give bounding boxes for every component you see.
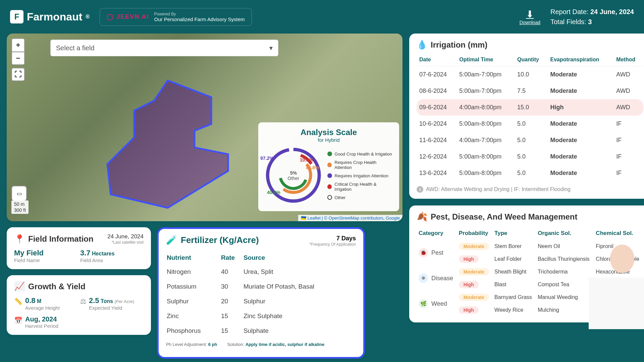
irrigation-footer: AWD: Alternate Wetting and Drying | IF: …: [426, 186, 571, 192]
table-row: 11-6-20244:00am-7:00pm5.0ModerateIF: [417, 132, 643, 148]
brand-name: Farmonaut: [27, 11, 82, 23]
brand-logo-icon: F: [10, 10, 23, 23]
leaf-icon: 🍂: [417, 212, 427, 222]
irrigation-title: Irrigation (mm): [431, 40, 487, 50]
analysis-subtitle: for Hybrid: [264, 137, 394, 143]
fertilizer-table: NutrientRateSource Nitrogen40Urea, Split…: [166, 251, 356, 339]
field-area-value: 3.7: [80, 249, 91, 257]
growth-icon: 📈: [14, 281, 25, 292]
analysis-donut-chart: 5%Other 97.2% 10.5% 45.8% 40.8%: [264, 145, 323, 206]
report-info: Report Date: 24 June, 2024 Total Fields:…: [550, 7, 634, 27]
table-row: 10-6-20245:00am-8:00pm5.0ModerateIF: [417, 116, 643, 132]
growth-yield-card: 📈Growth & Yield 📏0.8 MAverage Height ⚖2.…: [7, 275, 151, 335]
table-row: 13-6-20245:00am-8:00pm5.0ModerateIF: [417, 165, 643, 181]
field-name-value: My Field: [14, 249, 77, 257]
field-polygon[interactable]: [101, 70, 245, 211]
growth-title: Growth & Yield: [28, 282, 86, 291]
height-icon: 📏: [14, 297, 22, 305]
fertilizer-title: Fertilizer (Kg/Acre): [181, 235, 259, 245]
irrigation-card: 💧Irrigation (mm) DateOptimal TimeQuantit…: [409, 34, 644, 199]
analysis-legend: Good Crop Health & IrrigationRequires Cr…: [327, 152, 394, 200]
table-row: 09-6-20244:00am-8:00pm15.0HighAWD: [417, 99, 643, 116]
map-attribution[interactable]: 🇺🇦 Leaflet | © OpenStreetMap contributor…: [298, 215, 402, 221]
chevron-down-icon: ▾: [269, 44, 273, 52]
download-icon: ⬇: [520, 9, 540, 20]
map-panel[interactable]: + − ⛶ Select a field ▾ ▭ 50 m300 ft 🇺🇦 L…: [7, 34, 402, 221]
jeevn-powered-label: Powered By: [154, 12, 245, 16]
jeevn-subtitle: Our Personalized Farm Advisory System: [154, 16, 245, 22]
jeevn-badge: ◯ JEEVN AI Powered By Our Personalized F…: [100, 8, 252, 26]
jeevn-logo: ◯ JEEVN AI: [107, 13, 149, 20]
fullscreen-button[interactable]: ⛶: [11, 68, 25, 81]
pest-title: Pest, Disease, And Weed Management: [431, 212, 577, 222]
field-info-title: Field Information: [28, 234, 94, 244]
trademark: ®: [86, 14, 90, 20]
download-label: Download: [520, 20, 540, 25]
table-row: Sulphur20Sulphur: [167, 294, 355, 308]
field-select-dropdown[interactable]: Select a field ▾: [50, 40, 278, 56]
brand-logo: F Farmonaut®: [10, 10, 90, 23]
zoom-in-button[interactable]: +: [11, 38, 25, 52]
table-row: Phosphorus15Sulphate: [167, 324, 355, 338]
svg-marker-0: [107, 80, 228, 208]
table-row: Nitrogen40Urea, Split: [167, 265, 355, 279]
irrigation-table: DateOptimal TimeQuantityEvapotranspirati…: [417, 53, 643, 181]
irrigation-icon: 💧: [417, 40, 427, 50]
zoom-out-button[interactable]: −: [11, 52, 25, 65]
table-row: Zinc15Zinc Sulphate: [167, 309, 355, 323]
pest-management-card: 🍂Pest, Disease, And Weed Management Cate…: [409, 205, 644, 322]
location-icon: 📍: [14, 234, 25, 244]
info-icon: i: [417, 186, 423, 193]
field-select-placeholder: Select a field: [56, 44, 95, 52]
fertilizer-card: 🧪Fertilizer (Kg/Acre) 7 Days*Frequency O…: [157, 227, 365, 359]
map-scale: 50 m300 ft: [11, 200, 29, 214]
table-row: 12-6-20245:00am-8:00pm5.0ModerateIF: [417, 148, 643, 165]
table-row: Potassium30Muriate Of Potash, Basal: [167, 280, 355, 294]
yield-icon: ⚖: [80, 297, 86, 305]
field-info-card: 📍Field Information 24 June, 2024*Last sa…: [7, 227, 151, 269]
download-button[interactable]: ⬇ Download: [520, 9, 540, 25]
analysis-scale-panel: Analysis Scale for Hybrid 5%Other 97.2% …: [258, 122, 399, 211]
calendar-icon: 📅: [14, 316, 22, 324]
analysis-title: Analysis Scale: [264, 128, 394, 137]
table-row: 07-6-20245:00am-7:00pm10.0ModerateAWD: [417, 66, 643, 83]
assistant-avatar: [589, 235, 644, 329]
flask-icon: 🧪: [166, 235, 177, 245]
table-row: 08-6-20245:00am-7:00pm7.5ModerateAWD: [417, 83, 643, 99]
measure-button[interactable]: ▭: [11, 186, 27, 201]
